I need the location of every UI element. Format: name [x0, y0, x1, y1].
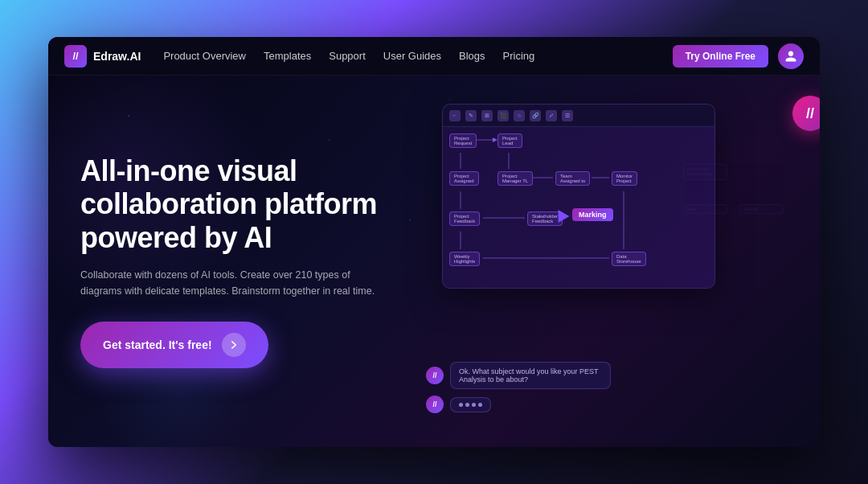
flow-node-project-feedback: ProjectFeedback	[449, 211, 480, 226]
bg-box-3: Analysis	[739, 204, 784, 214]
toolbar-menu-icon[interactable]: ☰	[562, 110, 573, 121]
nav-pricing[interactable]: Pricing	[503, 50, 535, 62]
hero-section: All-in-one visual collaboration platform…	[48, 76, 820, 447]
marking-badge: Marking	[572, 208, 613, 221]
bg-box-2: Data	[683, 204, 727, 214]
nav-user-guides[interactable]: User Guides	[383, 50, 441, 62]
dot-1	[459, 403, 463, 407]
try-online-button[interactable]: Try Online Free	[673, 45, 768, 68]
toolbar-back-icon[interactable]: ←	[449, 110, 461, 121]
dot-3	[472, 403, 476, 407]
chat-row-typing: //	[426, 396, 820, 413]
cta-text: Get started. It's free!	[103, 338, 212, 351]
dot-2	[465, 403, 469, 407]
toolbar-image-icon[interactable]: ⬛	[497, 110, 509, 121]
toolbar-table-icon[interactable]: ⊞	[481, 110, 493, 121]
toolbar-link-icon[interactable]: 🔗	[530, 110, 541, 121]
outer-frame: // Edraw.AI Product Overview Templates S…	[0, 0, 868, 484]
chat-typing-dots	[459, 403, 482, 407]
avatar[interactable]	[778, 43, 804, 69]
cta-arrow-icon	[222, 333, 246, 357]
diagram-toolbar: ← ✎ ⊞ ⬛ ○ 🔗 ⤢ ☰	[443, 105, 714, 127]
nav-support[interactable]: Support	[329, 50, 366, 62]
cursor-tooltip: Marking	[555, 208, 613, 221]
nav-right: Try Online Free	[673, 43, 804, 69]
logo-area[interactable]: // Edraw.AI	[64, 45, 141, 68]
diagram-body: ProjectRequest ProjectLead ProjectAssign…	[443, 127, 714, 288]
toolbar-shape-icon[interactable]: ○	[514, 110, 525, 121]
flow-arrows	[443, 127, 714, 288]
hero-content: All-in-one visual collaboration platform…	[48, 130, 434, 392]
toolbar-edit-icon[interactable]: ✎	[465, 110, 477, 121]
nav-product-overview[interactable]: Product Overview	[163, 50, 246, 62]
nav-blogs[interactable]: Blogs	[459, 50, 485, 62]
chat-bubble-typing	[450, 397, 491, 412]
logo-text: Edraw.AI	[93, 50, 141, 63]
toolbar-expand-icon[interactable]: ⤢	[546, 110, 557, 121]
flow-node-project-assigned: ProjectAssigned	[449, 171, 479, 186]
bg-diagram-lines: AssignmentRelationships Data Analysis	[675, 140, 820, 381]
chat-logo-icon: //	[426, 367, 444, 384]
flow-node-project-lead: ProjectLead	[497, 133, 522, 148]
hero-visual: // ← ✎ ⊞ ⬛ ○ 🔗 ⤢ ☰ Project	[418, 92, 820, 429]
hero-subtitle: Collaborate with dozens of AI tools. Cre…	[80, 267, 386, 299]
get-started-button[interactable]: Get started. It's free!	[80, 322, 268, 368]
flow-node-weekly-highlights: WeeklyHighlights	[449, 252, 480, 266]
navbar: // Edraw.AI Product Overview Templates S…	[48, 37, 820, 76]
bg-box-1: AssignmentRelationships	[683, 164, 727, 180]
nav-links: Product Overview Templates Support User …	[163, 50, 672, 62]
flow-node-project-manager: ProjectManager TL	[497, 171, 533, 186]
dot-4	[478, 403, 482, 407]
cursor-icon	[553, 207, 570, 223]
flow-node-project-request: ProjectRequest	[449, 133, 477, 148]
diagram-card: ← ✎ ⊞ ⬛ ○ 🔗 ⤢ ☰ ProjectRequest ProjectLe…	[442, 104, 715, 289]
chat-bubble-message: Ok. What subject would you like your PES…	[450, 362, 611, 389]
browser-window: // Edraw.AI Product Overview Templates S…	[48, 37, 820, 447]
hero-title: All-in-one visual collaboration platform…	[80, 154, 402, 254]
edraw-logo-float: //	[792, 96, 820, 131]
chat-logo-typing-icon: //	[426, 396, 444, 413]
flow-node-monitor-project: MonitorProject	[612, 171, 637, 186]
flow-node-team-assigned: TeamAssigned to	[555, 171, 590, 186]
logo-icon: //	[64, 45, 87, 68]
nav-templates[interactable]: Templates	[264, 50, 311, 62]
flow-node-data-storehouse: DataStorehouse	[612, 252, 646, 266]
